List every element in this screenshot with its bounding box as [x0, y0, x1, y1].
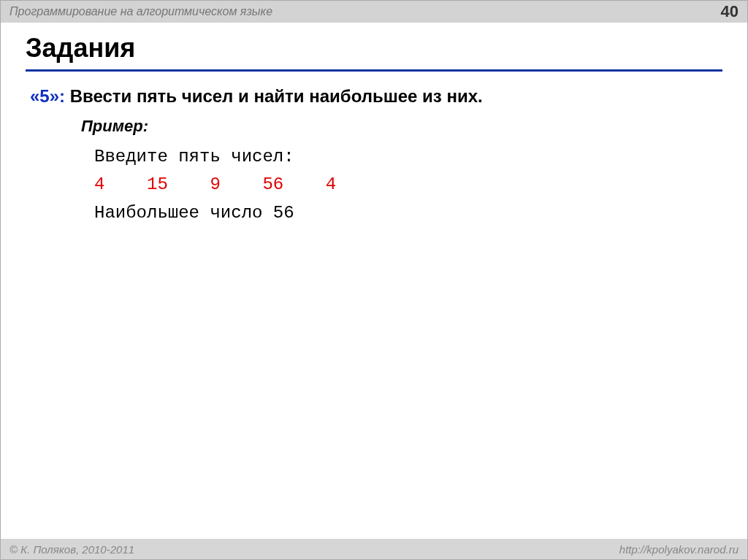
task-rating: «5»:: [30, 86, 65, 106]
code-block: Введите пять чисел: 4 15 9 56 4 Наибольш…: [94, 143, 718, 227]
code-input: 4 15 9 56 4: [94, 171, 718, 199]
example-label: Пример:: [81, 117, 718, 136]
content-area: «5»: Ввести пять чисел и найти наибольше…: [1, 86, 747, 227]
page-title: Задания: [1, 23, 747, 69]
slide-number: 40: [721, 2, 739, 21]
code-prompt: Введите пять чисел:: [94, 143, 718, 171]
header-title: Программирование на алгоритмическом язык…: [9, 5, 272, 18]
footer-bar: © К. Поляков, 2010-2011 http://kpolyakov…: [1, 539, 747, 559]
footer-url: http://kpolyakov.narod.ru: [619, 543, 739, 556]
code-result: Наибольшее число 56: [94, 199, 718, 227]
header-bar: Программирование на алгоритмическом язык…: [1, 1, 747, 23]
footer-copyright: © К. Поляков, 2010-2011: [9, 543, 134, 556]
task-line: «5»: Ввести пять чисел и найти наибольше…: [30, 86, 718, 107]
task-text: Ввести пять чисел и найти наибольшее из …: [65, 86, 483, 106]
title-divider: [26, 69, 722, 72]
